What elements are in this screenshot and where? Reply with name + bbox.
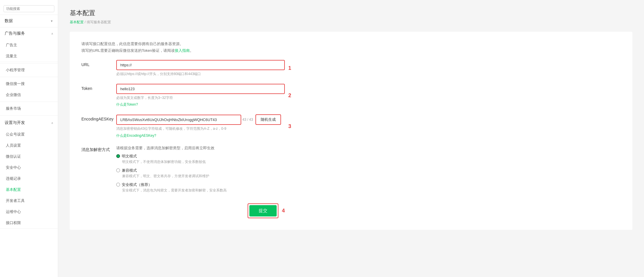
mode-compatible-option: 兼容模式 兼容模式下，明文、密文将共存，方便开发者调试和维护 bbox=[116, 168, 621, 179]
sidebar-group-ads-label: 广告与服务 bbox=[5, 31, 25, 36]
sidebar-item-traffic[interactable]: 流量主 bbox=[0, 51, 58, 62]
mode-safe-label[interactable]: 安全模式（推荐） bbox=[116, 182, 621, 187]
sidebar-item-security-center[interactable]: 安全中心 bbox=[0, 162, 58, 173]
what-is-token-link[interactable]: 什么是Token? bbox=[116, 102, 138, 106]
mode-plaintext-radio[interactable] bbox=[116, 154, 120, 158]
mode-plaintext-desc: 明文模式下，不使用消息体加解密功能，安全系数较低 bbox=[122, 159, 621, 164]
sidebar-group-settings: 设置与开发 ∧ 公众号设置 人员设置 微信认证 安全中心 违规记录 基本配置 开… bbox=[0, 117, 58, 229]
encoding-field: 43 / 43 随机生成 消息加密密钥由43位字符组成，可随机修改，字符范围为A… bbox=[116, 114, 285, 138]
encoding-hint: 消息加密密钥由43位字符组成，可随机修改，字符范围为A-Z，a-z，0-9 bbox=[116, 126, 285, 132]
breadcrumb-separator: / bbox=[85, 20, 87, 24]
breadcrumb-current[interactable]: 基本配置 bbox=[70, 20, 84, 24]
intro-line2-suffix: 。 bbox=[190, 48, 194, 53]
sidebar-group-ads: 广告与服务 ∧ 广告主 流量主 bbox=[0, 27, 58, 62]
sidebar-item-personnel[interactable]: 人员设置 bbox=[0, 140, 58, 151]
breadcrumb-next: 填写服务器配置 bbox=[87, 20, 111, 24]
encoding-label: EncodingAESKey bbox=[81, 114, 116, 121]
sidebar-item-wechat-auth[interactable]: 微信认证 bbox=[0, 151, 58, 162]
mode-safe-radio[interactable] bbox=[116, 183, 120, 187]
intro-line2-prefix: 填写的URL需要正确响应微信发送的Token验证，请阅读 bbox=[81, 48, 175, 53]
mode-safe-text: 安全模式（推荐） bbox=[122, 182, 152, 187]
sidebar-item-api-permissions[interactable]: 接口权限 bbox=[0, 217, 58, 228]
mode-compatible-text: 兼容模式 bbox=[122, 168, 137, 173]
url-input[interactable] bbox=[117, 61, 284, 70]
token-input-wrapper bbox=[116, 84, 285, 94]
chevron-up-icon-settings: ∧ bbox=[51, 121, 53, 125]
url-hint: 必须以https://或http://开头，分别支持80端口和443端口 bbox=[116, 71, 285, 77]
step2-number: 2 bbox=[288, 93, 291, 99]
main-content: 基本配置 基本配置 / 填写服务器配置 请填写接口配置信息，此信息需要你拥有自己… bbox=[58, 0, 644, 277]
sidebar: 数据 ▼ 广告与服务 ∧ 广告主 流量主 小程序管理 微信搜一搜 企业微信 服务… bbox=[0, 0, 58, 277]
mode-plaintext-text: 明文模式 bbox=[122, 154, 137, 159]
what-is-token: 什么是Token? bbox=[116, 102, 285, 107]
sidebar-item-ops-center[interactable]: 运维中心 bbox=[0, 206, 58, 217]
step3-number: 3 bbox=[288, 123, 291, 129]
decode-form-row: 消息加解密方式 请根据业务需要，选择消息加解密类型，启用后将立即生效 明文模式 … bbox=[81, 145, 621, 196]
sidebar-item-advertiser[interactable]: 广告主 bbox=[0, 40, 58, 51]
page-title: 基本配置 bbox=[70, 9, 632, 17]
step4-number: 4 bbox=[282, 208, 285, 214]
sidebar-group-data-label: 数据 bbox=[5, 18, 13, 24]
chevron-down-icon: ▼ bbox=[50, 19, 53, 23]
sidebar-item-dev-tools[interactable]: 开发者工具 bbox=[0, 195, 58, 206]
intro-link[interactable]: 接入指南 bbox=[175, 48, 190, 53]
breadcrumb: 基本配置 / 填写服务器配置 bbox=[70, 20, 632, 25]
sidebar-item-violations[interactable]: 违规记录 bbox=[0, 173, 58, 184]
mode-safe-desc: 安全模式下，消息包为纯密文，需要开发者加密和解密，安全系数高 bbox=[122, 188, 621, 193]
step1-number: 1 bbox=[288, 65, 291, 71]
mode-compatible-desc: 兼容模式下，明文、密文将共存，方便开发者调试和维护 bbox=[122, 174, 621, 179]
url-form-row: URL 必须以https://或http://开头，分别支持80端口和443端口… bbox=[81, 60, 621, 77]
what-is-encoding-link[interactable]: 什么是EncodingAESKey? bbox=[116, 134, 156, 138]
mode-compatible-label[interactable]: 兼容模式 bbox=[116, 168, 621, 173]
sidebar-item-account-settings[interactable]: 公众号设置 bbox=[0, 129, 58, 140]
encoding-input-row: 43 / 43 随机生成 bbox=[116, 114, 285, 125]
mode-plaintext-label[interactable]: 明文模式 bbox=[116, 154, 621, 159]
mode-compatible-radio[interactable] bbox=[116, 168, 120, 172]
url-field: 必须以https://或http://开头，分别支持80端口和443端口 bbox=[116, 60, 285, 77]
sidebar-group-settings-header[interactable]: 设置与开发 ∧ bbox=[0, 117, 58, 129]
submit-area: 提交 4 bbox=[81, 203, 285, 218]
submit-wrapper: 提交 bbox=[248, 203, 278, 218]
url-input-wrapper bbox=[116, 60, 285, 70]
sidebar-group-ads-header[interactable]: 广告与服务 ∧ bbox=[0, 27, 58, 40]
token-field: 必须为英文或数字，长度为3~32字符 什么是Token? bbox=[116, 84, 285, 107]
token-label: Token bbox=[81, 84, 116, 91]
sidebar-item-miniprogram[interactable]: 小程序管理 bbox=[0, 65, 58, 76]
intro-line1: 请填写接口配置信息，此信息需要你拥有自己的服务器资源。 bbox=[81, 40, 621, 47]
submit-button[interactable]: 提交 bbox=[249, 205, 277, 216]
encoding-form-row: EncodingAESKey 43 / 43 随机生成 消息加密密钥由43位字符… bbox=[81, 114, 621, 138]
search-input[interactable] bbox=[3, 5, 54, 12]
url-label: URL bbox=[81, 60, 116, 67]
decode-description: 请根据业务需要，选择消息加解密类型，启用后将立即生效 bbox=[116, 145, 621, 151]
what-is-encoding: 什么是EncodingAESKey? bbox=[116, 133, 285, 138]
token-form-row: Token 必须为英文或数字，长度为3~32字符 什么是Token? 2 bbox=[81, 84, 621, 107]
sidebar-group-data: 数据 ▼ bbox=[0, 15, 58, 27]
encoding-count: 43 / 43 bbox=[242, 118, 253, 122]
mode-plaintext-option: 明文模式 明文模式下，不使用消息体加解密功能，安全系数较低 bbox=[116, 154, 621, 164]
encoding-input-wrapper bbox=[116, 115, 241, 125]
intro-text: 请填写接口配置信息，此信息需要你拥有自己的服务器资源。 填写的URL需要正确响应… bbox=[81, 40, 621, 54]
token-hint: 必须为英文或数字，长度为3~32字符 bbox=[116, 95, 285, 101]
decode-label: 消息加解密方式 bbox=[81, 145, 116, 152]
random-generate-button[interactable]: 随机生成 bbox=[255, 114, 281, 125]
content-box: 请填写接口配置信息，此信息需要你拥有自己的服务器资源。 填写的URL需要正确响应… bbox=[70, 32, 632, 230]
intro-line2: 填写的URL需要正确响应微信发送的Token验证，请阅读接入指南。 bbox=[81, 47, 621, 54]
sidebar-group-data-header[interactable]: 数据 ▼ bbox=[0, 15, 58, 27]
token-input[interactable] bbox=[117, 84, 284, 93]
sidebar-item-wechat-search[interactable]: 微信搜一搜 bbox=[0, 78, 58, 89]
sidebar-item-enterprise-wechat[interactable]: 企业微信 bbox=[0, 89, 58, 100]
sidebar-item-service-market[interactable]: 服务市场 bbox=[0, 103, 58, 114]
sidebar-group-settings-label: 设置与开发 bbox=[5, 120, 25, 125]
chevron-up-icon: ∧ bbox=[51, 32, 53, 35]
encoding-input[interactable] bbox=[117, 115, 241, 124]
sidebar-item-basic-config[interactable]: 基本配置 bbox=[0, 184, 58, 195]
sidebar-search-area bbox=[0, 3, 58, 15]
decode-options: 请根据业务需要，选择消息加解密类型，启用后将立即生效 明文模式 明文模式下，不使… bbox=[116, 145, 621, 196]
mode-safe-option: 安全模式（推荐） 安全模式下，消息包为纯密文，需要开发者加密和解密，安全系数高 bbox=[116, 182, 621, 193]
